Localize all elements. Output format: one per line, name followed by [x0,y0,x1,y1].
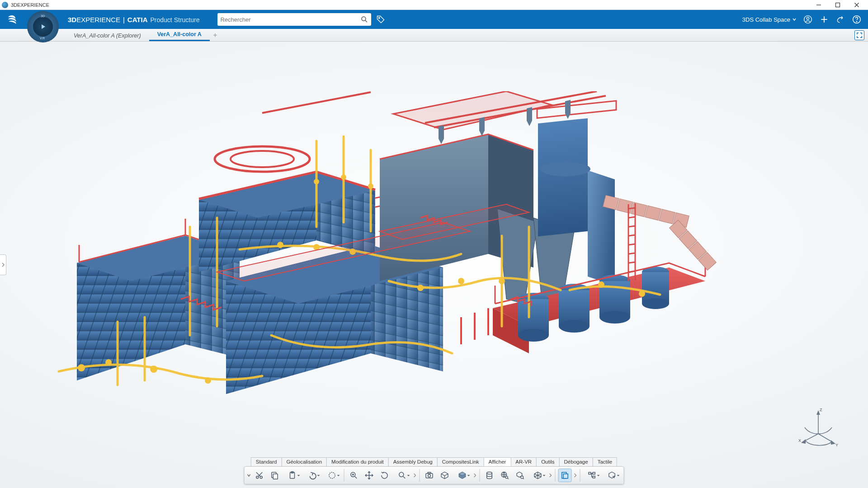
svg-point-82 [639,291,645,297]
tag-icon[interactable] [376,14,386,24]
svg-line-63 [628,208,635,209]
svg-point-83 [314,179,319,184]
svg-rect-54 [645,206,661,220]
btab-tactile[interactable]: Tactile [593,457,618,466]
svg-point-73 [150,366,157,373]
svg-point-5 [362,17,366,21]
btab-debogage[interactable]: Débogage [559,457,593,466]
svg-rect-1 [836,3,840,7]
user-profile-icon[interactable] [803,14,813,24]
svg-line-64 [628,217,635,218]
globe-search-button[interactable] [498,469,512,482]
btab-arvr[interactable]: AR-VR [510,457,537,466]
svg-point-81 [598,282,604,288]
app-icon [2,2,8,8]
ds-logo-icon[interactable] [5,13,18,26]
svg-line-116 [403,477,405,479]
svg-line-66 [628,235,635,236]
svg-line-110 [355,477,357,479]
btab-outils[interactable]: Outils [536,457,559,466]
add-icon[interactable] [819,14,829,24]
fullscreen-toggle-button[interactable] [854,30,864,40]
btab-geoloc[interactable]: Géolocalisation [281,457,327,466]
paste-button[interactable] [283,469,302,482]
chevron-down-icon [792,17,797,22]
svg-point-71 [78,364,85,371]
main-toolbar [244,466,624,484]
window-title: 3DEXPERIENCE [11,2,49,8]
svg-point-47 [599,311,630,324]
cube-search-button[interactable] [514,469,527,482]
tab-model[interactable]: VerA_All-color A [149,28,210,41]
svg-rect-52 [617,199,633,213]
svg-rect-53 [631,202,647,216]
svg-point-28 [231,151,294,167]
svg-point-35 [540,162,590,176]
search-box[interactable] [217,13,371,26]
svg-point-79 [458,278,464,284]
collab-space-selector[interactable]: 3DS Collab Space [742,16,797,23]
viewport-3d[interactable]: Z X Y Standard Géolocalisation Modificat… [0,42,868,488]
svg-marker-95 [801,439,806,444]
svg-line-67 [628,244,635,245]
svg-point-74 [205,377,211,384]
tree-view-button[interactable] [583,469,601,482]
svg-point-50 [642,298,669,309]
svg-text:X: X [798,438,801,443]
svg-point-78 [417,285,424,291]
svg-marker-34 [588,170,615,286]
svg-rect-55 [659,209,675,224]
svg-rect-33 [538,118,588,237]
btab-afficher[interactable]: Afficher [484,457,511,466]
tab-explorer[interactable]: VerA_All-color A (Explorer) [66,30,149,41]
refresh-button[interactable] [323,469,341,482]
window-maximize-button[interactable] [828,0,847,10]
svg-point-7 [379,17,380,19]
svg-marker-96 [831,440,835,445]
svg-rect-136 [563,474,568,479]
svg-line-130 [523,478,524,479]
database-button[interactable] [483,469,496,482]
render-mode-button[interactable] [453,469,472,482]
svg-point-80 [499,278,505,284]
svg-point-85 [368,183,373,189]
svg-marker-31 [497,209,538,304]
copy-button[interactable] [268,469,282,482]
toolbar-scroll-right-2[interactable] [472,473,478,478]
btab-standard[interactable]: Standard [251,457,282,466]
help-icon[interactable] [852,14,862,24]
svg-line-70 [628,271,635,272]
rotate-button[interactable] [378,469,392,482]
svg-point-75 [277,242,283,248]
cut-button[interactable] [253,469,266,482]
svg-line-6 [366,20,368,22]
svg-point-129 [521,476,524,479]
window-close-button[interactable] [847,0,866,10]
compass-top-label: 3D [41,14,45,18]
zoom-fit-button[interactable] [347,469,361,482]
btab-modif[interactable]: Modification du produit [326,457,389,466]
toolbar-scroll-right-3[interactable] [548,473,553,478]
capture-button[interactable] [423,469,436,482]
tab-add-button[interactable]: + [210,31,221,41]
window-minimize-button[interactable] [809,0,828,10]
svg-text:Y: Y [835,443,838,447]
section-view-button[interactable] [558,469,572,482]
pan-button[interactable] [363,469,376,482]
tree-expand-handle[interactable] [0,254,6,275]
search-icon[interactable] [360,15,368,23]
undo-button[interactable] [303,469,321,482]
btab-composites[interactable]: CompositesLink [437,457,484,466]
toolbar-scroll-right-1[interactable] [412,473,418,478]
axis-triad[interactable]: Z X Y [796,407,841,452]
share-icon[interactable] [835,14,845,24]
search-input[interactable] [220,16,360,23]
select-cube-button[interactable] [603,469,621,482]
wireframe-cube-button[interactable] [438,469,452,482]
toolbar-scroll-right-4[interactable] [573,473,578,478]
btab-asmdebug[interactable]: Assembly Debug [388,457,438,466]
isometric-view-button[interactable] [529,469,547,482]
compass-button[interactable]: 3D V.R [27,11,59,42]
zoom-button[interactable] [393,469,411,482]
toolbar-menu-button[interactable] [246,469,252,482]
